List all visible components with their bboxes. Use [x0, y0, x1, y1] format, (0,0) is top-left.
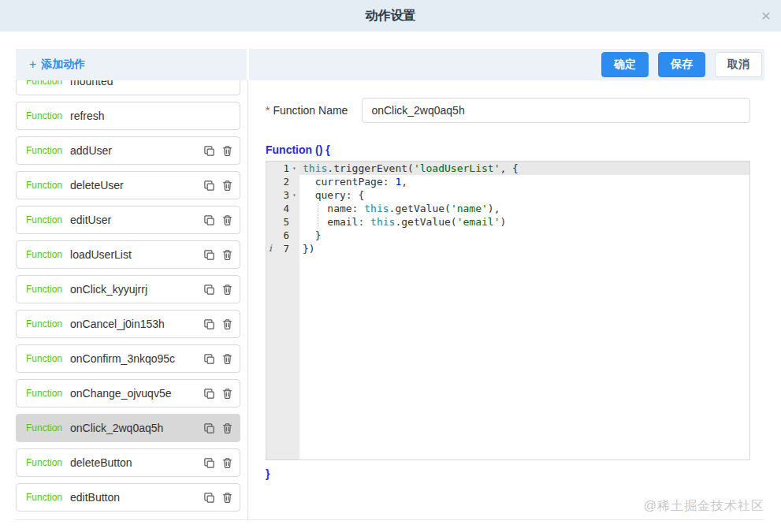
modal-title: 动作设置 — [0, 0, 781, 32]
function-name: deleteUser — [70, 179, 203, 192]
function-list-item[interactable]: Functionmounted — [16, 80, 240, 95]
confirm-button[interactable]: 确定 — [601, 52, 649, 77]
function-name: editUser — [70, 214, 203, 226]
code-line-2[interactable]: currentPage: 1, — [303, 175, 749, 188]
item-actions — [203, 145, 233, 157]
function-type-label: Function — [26, 80, 62, 87]
function-name: loadUserList — [70, 248, 203, 261]
toolbar-right: 确定 保存 取消 — [249, 49, 764, 80]
copy-icon[interactable] — [203, 353, 215, 365]
trash-icon[interactable] — [221, 353, 233, 365]
function-list-item[interactable]: FunctiononChange_ojvuqv5e — [16, 379, 240, 407]
code-line-3[interactable]: query: { — [303, 188, 749, 202]
code-line-4[interactable]: name: this.getValue('name'), — [303, 202, 749, 215]
item-actions — [203, 214, 233, 226]
copy-icon[interactable] — [203, 422, 215, 434]
code-lines[interactable]: this.triggerEvent('loadUserList', { curr… — [299, 162, 749, 459]
item-actions — [203, 492, 233, 504]
function-name: editButton — [70, 491, 203, 504]
required-marker: * — [266, 104, 270, 117]
modal-header: 动作设置 × — [0, 0, 781, 32]
trash-icon[interactable] — [221, 388, 233, 400]
code-line-7[interactable]: }) — [303, 242, 749, 255]
function-list-item[interactable]: FunctiononClick_kyyujrrj — [16, 275, 240, 303]
function-list-item[interactable]: FunctionaddUser — [16, 136, 240, 165]
trash-icon[interactable] — [221, 180, 233, 192]
function-list-item[interactable]: FunctiononCancel_j0in153h — [16, 310, 240, 338]
function-type-label: Function — [26, 180, 62, 191]
copy-icon[interactable] — [203, 284, 215, 296]
function-list-item[interactable]: FunctiononClick_2wq0aq5h — [16, 414, 240, 442]
gutter-line-1[interactable]: 1▾ — [266, 162, 299, 175]
trash-icon[interactable] — [221, 492, 233, 504]
main-area: FunctionmountedFunctionrefreshFunctionad… — [16, 80, 764, 520]
function-name: mounted — [70, 80, 233, 87]
copy-icon[interactable] — [203, 318, 215, 330]
gutter-line-3[interactable]: 3▾ — [266, 188, 299, 202]
trash-icon[interactable] — [221, 284, 233, 296]
trash-icon[interactable] — [221, 214, 233, 226]
add-action-button[interactable]: + 添加动作 — [29, 58, 85, 72]
function-type-label: Function — [26, 353, 62, 364]
fold-arrow-icon[interactable]: ▾ — [289, 162, 299, 175]
function-type-label: Function — [26, 284, 62, 295]
item-actions — [203, 422, 233, 434]
gutter-line-5: 5 — [266, 215, 299, 229]
toolbar: + 添加动作 确定 保存 取消 — [16, 49, 764, 80]
code-line-6[interactable]: } — [303, 229, 749, 242]
info-annotation-icon: i — [266, 242, 274, 255]
trash-icon[interactable] — [221, 318, 233, 330]
item-actions — [203, 284, 233, 296]
function-list-item[interactable]: FunctionloadUserList — [16, 240, 240, 269]
trash-icon[interactable] — [221, 457, 233, 469]
function-name-input[interactable] — [362, 98, 750, 123]
function-type-label: Function — [26, 249, 62, 260]
close-icon[interactable]: × — [761, 0, 771, 32]
toolbar-left: + 添加动作 — [16, 49, 247, 80]
function-name-label-text: Function Name — [273, 104, 348, 117]
function-name: refresh — [70, 110, 233, 122]
function-type-label: Function — [26, 492, 62, 503]
function-list-item[interactable]: FunctiondeleteUser — [16, 171, 240, 199]
copy-icon[interactable] — [203, 457, 215, 469]
item-actions — [203, 249, 233, 261]
code-editor[interactable]: 1▾23▾456i7 this.triggerEvent('loadUserLi… — [266, 161, 750, 460]
function-list-item[interactable]: Functionrefresh — [16, 102, 240, 130]
code-line-1[interactable]: this.triggerEvent('loadUserList', { — [299, 162, 749, 175]
add-action-label: 添加动作 — [41, 58, 85, 72]
trash-icon[interactable] — [221, 145, 233, 157]
function-list-item[interactable]: FunctioneditUser — [16, 206, 240, 234]
cancel-button[interactable]: 取消 — [715, 52, 762, 77]
editor-panel: *Function Name Function () { 1▾23▾456i7 … — [248, 80, 764, 519]
item-actions — [203, 318, 233, 330]
trash-icon[interactable] — [221, 249, 233, 261]
function-type-label: Function — [26, 145, 62, 156]
copy-icon[interactable] — [203, 145, 215, 157]
function-name: deleteButton — [70, 456, 203, 469]
code-line-5[interactable]: email: this.getValue('email') — [303, 215, 749, 229]
function-type-label: Function — [26, 214, 62, 225]
gutter-line-7: i7 — [266, 242, 299, 255]
function-name-row: *Function Name — [266, 98, 750, 123]
function-list-item[interactable]: FunctiondeleteButton — [16, 448, 240, 477]
function-list-item[interactable]: FunctiononConfirm_3nkqo95c — [16, 344, 240, 373]
copy-icon[interactable] — [203, 388, 215, 400]
function-name: onClick_kyyujrrj — [70, 283, 203, 296]
function-list-item[interactable]: FunctioneditButton — [16, 483, 240, 512]
fold-arrow-icon[interactable]: ▾ — [289, 188, 299, 202]
function-name: onCancel_j0in153h — [70, 318, 203, 330]
function-name: addUser — [70, 144, 203, 157]
copy-icon[interactable] — [203, 249, 215, 261]
item-actions — [203, 388, 233, 400]
function-name: onChange_ojvuqv5e — [70, 387, 203, 400]
function-type-label: Function — [26, 422, 62, 433]
trash-icon[interactable] — [221, 422, 233, 434]
gutter-line-6: 6 — [266, 229, 299, 242]
function-type-label: Function — [26, 388, 62, 399]
function-name: onClick_2wq0aq5h — [70, 422, 203, 434]
copy-icon[interactable] — [203, 214, 215, 226]
code-gutter: 1▾23▾456i7 — [266, 162, 299, 459]
copy-icon[interactable] — [203, 180, 215, 192]
save-button[interactable]: 保存 — [658, 52, 705, 77]
copy-icon[interactable] — [203, 492, 215, 504]
